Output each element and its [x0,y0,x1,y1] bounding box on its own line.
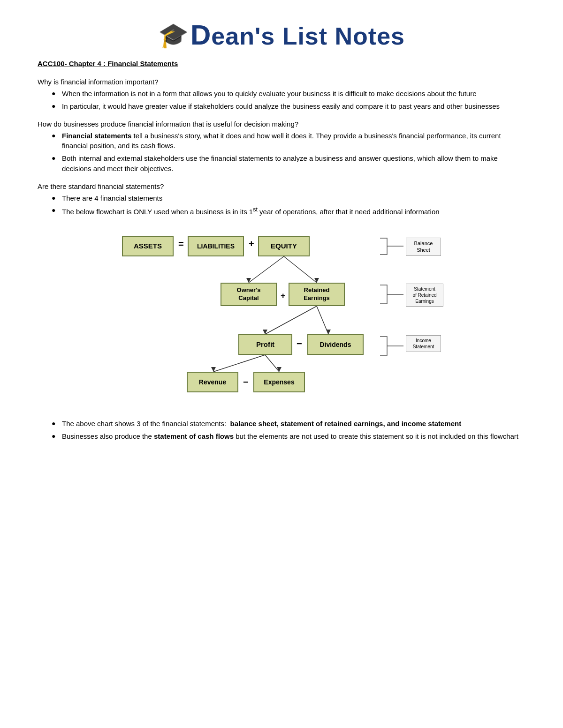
list-item: In particular, it would have greater val… [52,101,525,112]
question-3: Are there standard financial statements? [38,182,525,190]
equity-box: EQUITY [258,236,310,256]
dividends-box: Dividends [307,334,364,355]
plus-operator-1: + [249,239,254,249]
site-title: Dean's List Notes [190,19,405,51]
svg-line-2 [265,306,317,334]
svg-line-4 [213,355,265,372]
balance-sheet-label: BalanceSheet [406,238,441,256]
minus-operator-2: − [243,377,249,388]
statement-retained-earnings-label: Statementof RetainedEarnings [406,284,443,307]
list-item: The above chart shows 3 of the financial… [52,419,525,429]
svg-line-1 [284,256,317,283]
expenses-box: Expenses [253,372,305,392]
income-statement-label: IncomeStatement [406,335,441,352]
bullets-2: Financial statements tell a business's s… [52,131,525,174]
bullets-1: When the information is not in a form th… [52,89,525,112]
svg-marker-10 [314,278,319,283]
assets-box: ASSETS [122,236,174,256]
svg-line-0 [249,256,284,283]
list-item: The below flowchart is ONLY used when a … [52,205,525,217]
question-2: How do businesses produce financial info… [38,120,525,128]
footer-bullets: The above chart shows 3 of the financial… [52,419,525,442]
svg-marker-13 [211,367,216,372]
list-item: Both internal and external stakeholders … [52,153,525,174]
plus-operator-2: + [281,291,286,301]
logo: 🎓 Dean's List Notes [158,19,405,51]
revenue-box: Revenue [187,372,238,392]
svg-line-5 [265,355,279,372]
page-subtitle: ACC100- Chapter 4 : Financial Statements [38,60,525,68]
retained-earnings-box: RetainedEarnings [289,283,345,306]
minus-operator-1: − [297,338,302,349]
bullets-3: There are 4 financial statements The bel… [52,193,525,218]
svg-marker-12 [326,330,331,334]
graduation-cap-icon: 🎓 [158,23,189,47]
svg-marker-9 [246,278,251,283]
header: 🎓 Dean's List Notes [38,19,525,51]
equals-operator: = [178,239,184,249]
liabilities-box: LIABILITIES [188,236,244,256]
list-item: Financial statements tell a business's s… [52,131,525,151]
list-item: Businesses also produce the statement of… [52,431,525,442]
owners-capital-box: Owner'sCapital [221,283,277,306]
svg-line-3 [317,306,328,334]
svg-marker-11 [263,330,267,334]
list-item: When the information is not in a form th… [52,89,525,99]
list-item: There are 4 financial statements [52,193,525,203]
profit-box: Profit [238,334,292,355]
question-1: Why is financial information important? [38,78,525,86]
svg-marker-14 [277,367,282,372]
flowchart: ASSETS = LIABILITIES + EQUITY Owner'sCap… [117,231,446,405]
